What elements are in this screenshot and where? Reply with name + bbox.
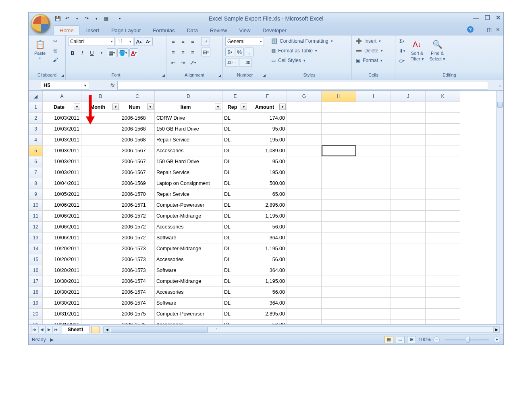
cell[interactable]: [81, 222, 120, 232]
cell[interactable]: [356, 167, 391, 178]
percent-icon[interactable]: %: [235, 48, 244, 56]
underline-button[interactable]: U: [87, 48, 96, 57]
cell[interactable]: Software: [155, 232, 222, 243]
cell[interactable]: [81, 232, 120, 243]
cell[interactable]: Software: [155, 265, 222, 276]
ribbon-tab-developer[interactable]: Developer: [257, 26, 292, 35]
ribbon-tab-data[interactable]: Data: [181, 26, 203, 35]
insert-cells-button[interactable]: ➕Insert▾: [353, 36, 383, 46]
filter-dropdown-icon[interactable]: ▼: [112, 104, 119, 110]
cell[interactable]: 2006-1575: [120, 320, 155, 325]
cell[interactable]: [391, 178, 426, 189]
cell[interactable]: 10/20/2011: [43, 265, 81, 276]
ribbon-tab-insert[interactable]: Insert: [81, 26, 105, 35]
cell[interactable]: [426, 145, 460, 156]
cell[interactable]: 95.00: [248, 124, 287, 135]
row-header[interactable]: 2: [29, 113, 43, 124]
cell[interactable]: [81, 145, 120, 156]
column-header-G[interactable]: G: [287, 91, 322, 102]
dialog-launcher-icon[interactable]: ◢: [263, 73, 266, 77]
cell[interactable]: [322, 287, 356, 298]
cell[interactable]: [426, 276, 460, 287]
font-size-combo[interactable]: 11▾: [116, 37, 133, 46]
cell[interactable]: [391, 287, 426, 298]
cell[interactable]: DL: [222, 211, 248, 222]
cell[interactable]: 2006-1571: [120, 200, 155, 211]
cell[interactable]: 56.00: [248, 254, 287, 265]
cell[interactable]: DL: [222, 167, 248, 178]
cell[interactable]: [356, 135, 391, 145]
cell[interactable]: 10/03/2011: [43, 167, 81, 178]
cell[interactable]: [81, 211, 120, 222]
sheet-tab[interactable]: Sheet1: [62, 325, 89, 334]
cell[interactable]: Repair Service: [155, 135, 222, 145]
cell[interactable]: 2006-1574: [120, 298, 155, 309]
cell[interactable]: [322, 309, 356, 320]
cell[interactable]: [81, 189, 120, 200]
cell[interactable]: 10/03/2011: [43, 145, 81, 156]
redo-icon[interactable]: ↷: [83, 15, 91, 23]
row-header[interactable]: 21: [29, 320, 43, 325]
fill-icon[interactable]: ⬇▾: [398, 47, 406, 55]
cell[interactable]: [322, 167, 356, 178]
cell[interactable]: DL: [222, 309, 248, 320]
cell[interactable]: [426, 211, 460, 222]
cell[interactable]: [322, 265, 356, 276]
sheet-nav-last-icon[interactable]: ⏭: [53, 326, 60, 333]
cell[interactable]: Repair Service: [155, 189, 222, 200]
ribbon-tab-review[interactable]: Review: [204, 26, 233, 35]
cell[interactable]: [287, 113, 322, 124]
cell[interactable]: [391, 102, 426, 113]
cell[interactable]: [426, 309, 460, 320]
cell[interactable]: 56.00: [248, 287, 287, 298]
fill-color-icon[interactable]: 🪣▾: [117, 48, 129, 57]
paste-button[interactable]: 📋 Paste ▾: [31, 37, 49, 62]
cell[interactable]: [322, 178, 356, 189]
cell[interactable]: DL: [222, 178, 248, 189]
filter-dropdown-icon[interactable]: ▼: [147, 104, 154, 110]
cell[interactable]: 2006-1572: [120, 211, 155, 222]
column-header-J[interactable]: J: [391, 91, 426, 102]
cell[interactable]: Computer-Poweruser: [155, 200, 222, 211]
row-header[interactable]: 10: [29, 200, 43, 211]
cell[interactable]: 2006-1567: [120, 145, 155, 156]
cell[interactable]: [322, 189, 356, 200]
cell[interactable]: [81, 243, 120, 254]
cell[interactable]: [322, 232, 356, 243]
cell[interactable]: 10/06/2011: [43, 232, 81, 243]
row-header[interactable]: 5: [29, 145, 43, 156]
cell[interactable]: [287, 287, 322, 298]
row-header[interactable]: 8: [29, 178, 43, 189]
cell[interactable]: [426, 243, 460, 254]
cell[interactable]: 2006-1574: [120, 276, 155, 287]
dialog-launcher-icon[interactable]: ◢: [162, 73, 165, 77]
cell[interactable]: [426, 124, 460, 135]
align-center-icon[interactable]: ≡: [179, 48, 187, 56]
cell[interactable]: Accessories: [155, 287, 222, 298]
find-select-button[interactable]: 🔍 Find & Select ▾: [428, 37, 446, 63]
cell[interactable]: [287, 200, 322, 211]
cell[interactable]: DL: [222, 243, 248, 254]
cell[interactable]: [391, 211, 426, 222]
filter-dropdown-icon[interactable]: ▼: [241, 104, 247, 110]
cell[interactable]: [322, 102, 356, 113]
row-header[interactable]: 20: [29, 309, 43, 320]
cell[interactable]: [391, 189, 426, 200]
cell[interactable]: [287, 276, 322, 287]
cell[interactable]: [356, 113, 391, 124]
cell[interactable]: 2006-1574: [120, 287, 155, 298]
cell[interactable]: [356, 222, 391, 232]
cell[interactable]: [391, 232, 426, 243]
align-left-icon[interactable]: ≡: [169, 48, 178, 56]
column-header-A[interactable]: A: [43, 91, 81, 102]
cell[interactable]: [322, 243, 356, 254]
doc-minimize-icon[interactable]: —: [478, 27, 483, 33]
cell[interactable]: [356, 287, 391, 298]
cell[interactable]: [356, 320, 391, 325]
cell[interactable]: DL: [222, 189, 248, 200]
cell[interactable]: [81, 276, 120, 287]
borders-icon[interactable]: ▦▾: [107, 48, 116, 57]
ribbon-tab-home[interactable]: Home: [54, 25, 80, 35]
cell[interactable]: [287, 178, 322, 189]
orientation-icon[interactable]: ⤢▾: [188, 58, 197, 67]
